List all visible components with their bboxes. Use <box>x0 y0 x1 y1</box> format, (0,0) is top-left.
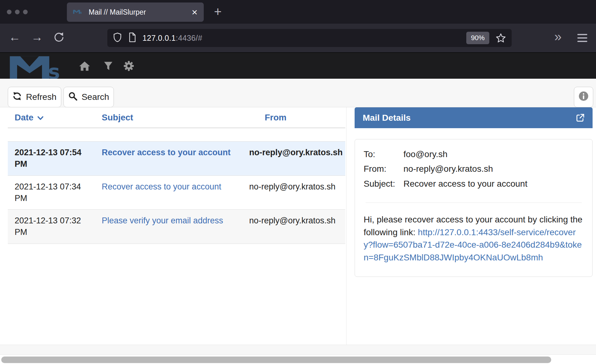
url-host: 127.0.0.1 <box>142 34 176 42</box>
mail-details-card: To: foo@ory.sh From: no-reply@ory.kratos… <box>355 139 593 277</box>
mail-date: 2021-12-13 07:32 PM <box>8 210 95 244</box>
panel-divider <box>346 107 347 355</box>
bookmark-star-icon[interactable] <box>496 33 506 43</box>
table-spacer <box>8 128 345 141</box>
forward-icon[interactable]: → <box>31 30 43 44</box>
from-value: no-reply@ory.kratos.sh <box>403 163 584 175</box>
filter-icon[interactable] <box>103 61 113 72</box>
mail-from: no-reply@ory.kratos.sh <box>245 142 344 175</box>
mail-from: no-reply@ory.kratos.sh <box>245 176 344 210</box>
back-icon[interactable]: ← <box>9 30 21 44</box>
mailslurper-navbar: s <box>0 52 596 79</box>
mail-subject-link[interactable]: Please verify your email address <box>102 216 223 225</box>
zoom-level-badge[interactable]: 90% <box>466 32 489 44</box>
mail-date: 2021-12-13 07:54 PM <box>8 142 95 175</box>
page-icon[interactable] <box>128 32 136 44</box>
svg-text:s: s <box>48 60 60 79</box>
tab-title: Mail // MailSlurper <box>89 8 146 16</box>
url-bar[interactable]: 127.0.0.1:4436/# 90% <box>107 29 512 47</box>
mail-details-header: Mail Details <box>355 107 593 128</box>
mail-body: Hi, please recover access to your accoun… <box>364 213 584 264</box>
url-path: :4436/# <box>176 34 203 42</box>
from-label: From: <box>364 163 403 175</box>
mail-details-panel: Mail Details To: foo@ory.sh From: no-rep… <box>355 107 593 277</box>
mail-row[interactable]: 2021-12-13 07:32 PM Please verify your e… <box>8 209 345 244</box>
home-icon[interactable] <box>79 60 91 73</box>
subject-label: Subject: <box>364 178 403 189</box>
refresh-button[interactable]: Refresh <box>8 87 61 107</box>
browser-tab[interactable]: s Mail // MailSlurper × <box>67 2 204 22</box>
browser-toolbar: ← → 127.0.0.1:4436/# 90% » <box>0 24 596 52</box>
search-button[interactable]: Search <box>63 87 114 107</box>
mail-date: 2021-12-13 07:34 PM <box>8 176 95 210</box>
info-button[interactable] <box>574 87 593 107</box>
subject-value: Recover access to your account <box>403 178 584 189</box>
mail-list-table: Date Subject From 2021-12-13 07:54 PM Re… <box>8 107 345 244</box>
mail-from: no-reply@ory.kratos.sh <box>245 210 344 244</box>
new-tab-button[interactable]: + <box>214 4 222 19</box>
shield-icon[interactable] <box>113 32 122 44</box>
column-header-from[interactable]: From <box>245 113 344 123</box>
mail-subject-link[interactable]: Recover access to your account <box>102 182 221 191</box>
column-header-date[interactable]: Date <box>8 113 95 123</box>
mail-row-selected[interactable]: 2021-12-13 07:54 PM Recover access to yo… <box>8 141 345 175</box>
gear-icon[interactable] <box>123 60 134 73</box>
mailslurper-logo[interactable]: s <box>9 54 75 80</box>
mail-details-title: Mail Details <box>363 113 411 123</box>
mail-meta: To: foo@ory.sh From: no-reply@ory.kratos… <box>364 149 584 189</box>
refresh-button-label: Refresh <box>26 92 56 102</box>
sort-chevron-down-icon <box>37 113 44 123</box>
overflow-menu-icon[interactable]: » <box>554 29 560 44</box>
refresh-icon <box>12 91 22 103</box>
to-label: To: <box>364 149 403 160</box>
url-text[interactable]: 127.0.0.1:4436/# <box>142 34 202 43</box>
footer-strip <box>0 345 596 355</box>
to-value: foo@ory.sh <box>403 149 584 160</box>
search-button-label: Search <box>81 92 109 102</box>
info-icon <box>578 91 589 104</box>
window-controls[interactable] <box>7 10 28 14</box>
svg-text:s: s <box>80 11 82 14</box>
horizontal-scrollbar-thumb[interactable] <box>1 357 551 363</box>
table-header-row: Date Subject From <box>8 107 345 128</box>
tab-close-icon[interactable]: × <box>192 7 198 17</box>
card-divider <box>366 203 582 203</box>
open-external-icon[interactable] <box>575 113 585 123</box>
tab-favicon-mailslurper-icon: s <box>73 9 84 16</box>
browser-window: s Mail // MailSlurper × + ← → 127.0.0.1:… <box>0 0 596 364</box>
browser-tab-bar: s Mail // MailSlurper × + <box>0 0 596 24</box>
mail-subject-link[interactable]: Recover access to your account <box>102 148 230 157</box>
app-toolbar: Refresh Search <box>0 79 596 107</box>
menu-icon[interactable] <box>577 34 587 44</box>
reload-icon[interactable] <box>54 32 64 45</box>
column-header-subject[interactable]: Subject <box>95 113 245 123</box>
search-icon <box>68 91 77 103</box>
mail-row[interactable]: 2021-12-13 07:34 PM Recover access to yo… <box>8 175 345 210</box>
